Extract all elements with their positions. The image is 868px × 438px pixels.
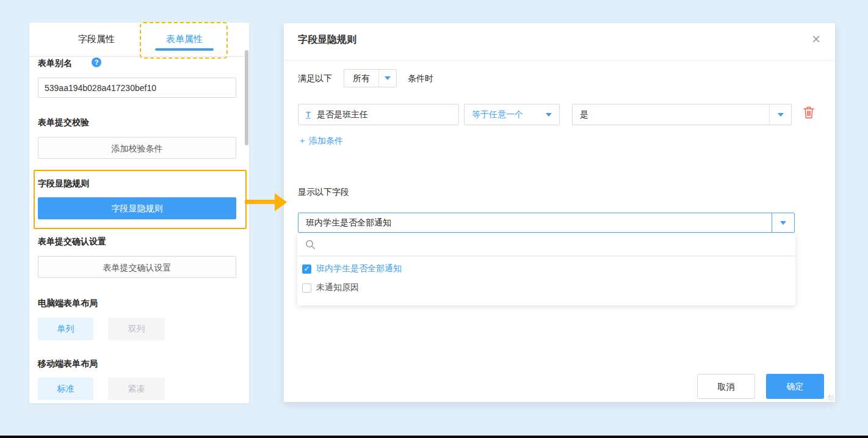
form-alias-input[interactable] — [38, 78, 236, 98]
add-condition-button[interactable]: ＋添加条件 — [298, 136, 343, 147]
mobile-layout-label: 移动端表单布局 — [38, 359, 98, 368]
help-icon[interactable]: ? — [92, 57, 101, 67]
resize-grip[interactable] — [828, 395, 834, 401]
search-icon — [305, 239, 316, 250]
active-tab-underline — [155, 48, 214, 51]
bottom-border-bar — [0, 436, 868, 438]
plus-icon: ＋ — [298, 136, 306, 145]
tab-form-properties[interactable]: 表单属性 — [149, 31, 220, 48]
match-mode-select[interactable]: 所有 — [344, 69, 397, 87]
submit-confirm-label: 表单提交确认设置 — [38, 236, 106, 246]
trash-icon — [803, 106, 814, 119]
field-visibility-rules-dialog: 字段显隐规则 × 满足以下 所有 条件时 T 是否是班主任 等于任意一个 是 — [284, 23, 835, 402]
mobile-layout-compact-toggle[interactable]: 紧凑 — [108, 378, 165, 400]
condition-suffix-text: 条件时 — [408, 69, 433, 87]
caret-cell[interactable] — [378, 70, 396, 87]
form-alias-label-text: 表单别名 — [38, 58, 72, 68]
pc-layout-double-toggle[interactable]: 双列 — [108, 318, 165, 340]
chevron-down-icon — [780, 221, 786, 225]
show-fields-label: 显示以下字段 — [298, 187, 349, 198]
cancel-button[interactable]: 取消 — [697, 374, 755, 399]
chevron-down-icon — [385, 76, 391, 80]
dropdown-option[interactable]: 未通知原因 — [302, 280, 359, 295]
pc-layout-label: 电脑端表单布局 — [38, 298, 98, 308]
show-fields-selected-value: 班内学生是否全部通知 — [306, 217, 772, 228]
caret-cell[interactable] — [772, 213, 794, 232]
delete-condition-button[interactable] — [803, 106, 814, 122]
show-fields-select[interactable]: 班内学生是否全部通知 — [298, 213, 795, 233]
submit-validation-label: 表单提交校验 — [38, 117, 89, 127]
close-icon[interactable]: × — [812, 32, 820, 46]
checkbox-unchecked-icon[interactable] — [302, 283, 311, 293]
pointer-arrow — [245, 200, 277, 204]
pointer-arrow-head — [275, 193, 287, 211]
condition-prefix-text: 满足以下 — [298, 69, 332, 87]
form-properties-panel: 字段属性 表单属性 表单别名 ? 表单提交校验 添加校验条件 字段显隐规则 字段… — [29, 23, 249, 403]
dropdown-option[interactable]: ✓ 班内学生是否全部通知 — [302, 261, 402, 276]
caret-cell[interactable] — [769, 104, 791, 125]
panel-tabs: 字段属性 表单属性 — [29, 23, 249, 57]
field-visibility-label: 字段显隐规则 — [38, 178, 89, 188]
chevron-down-icon — [778, 113, 784, 117]
text-field-icon: T — [306, 111, 311, 119]
form-alias-label: 表单别名 ? — [38, 58, 72, 68]
option-label: 未通知原因 — [316, 282, 359, 293]
condition-value-text: 是 — [580, 109, 769, 120]
screen: 字段属性 表单属性 表单别名 ? 表单提交校验 添加校验条件 字段显隐规则 字段… — [0, 0, 868, 438]
checkbox-checked-icon[interactable]: ✓ — [302, 265, 311, 274]
dropdown-search-row[interactable] — [297, 233, 795, 257]
condition-value-select[interactable]: 是 — [572, 104, 792, 125]
divider — [284, 60, 835, 60]
mobile-layout-standard-toggle[interactable]: 标准 — [38, 378, 93, 400]
condition-field-name: 是否是班主任 — [317, 109, 368, 120]
sidebar-scrollbar[interactable] — [245, 50, 248, 145]
add-condition-label: 添加条件 — [309, 136, 343, 145]
add-validation-condition-button[interactable]: 添加校验条件 — [38, 137, 236, 159]
submit-confirm-settings-button[interactable]: 表单提交确认设置 — [38, 256, 236, 278]
dialog-title: 字段显隐规则 — [298, 34, 356, 46]
option-label: 班内学生是否全部通知 — [316, 263, 402, 274]
show-fields-dropdown-panel: ✓ 班内学生是否全部通知 未通知原因 — [297, 233, 795, 305]
condition-operator-value: 等于任意一个 — [472, 109, 546, 120]
pc-layout-single-toggle[interactable]: 单列 — [38, 318, 93, 340]
match-mode-value: 所有 — [344, 70, 378, 87]
condition-field-box[interactable]: T 是否是班主任 — [298, 104, 459, 125]
field-visibility-rules-button[interactable]: 字段显隐规则 — [38, 197, 236, 219]
condition-operator-select[interactable]: 等于任意一个 — [464, 104, 560, 125]
tab-field-properties[interactable]: 字段属性 — [61, 31, 132, 48]
chevron-down-icon — [546, 113, 552, 117]
confirm-button[interactable]: 确定 — [766, 374, 824, 399]
